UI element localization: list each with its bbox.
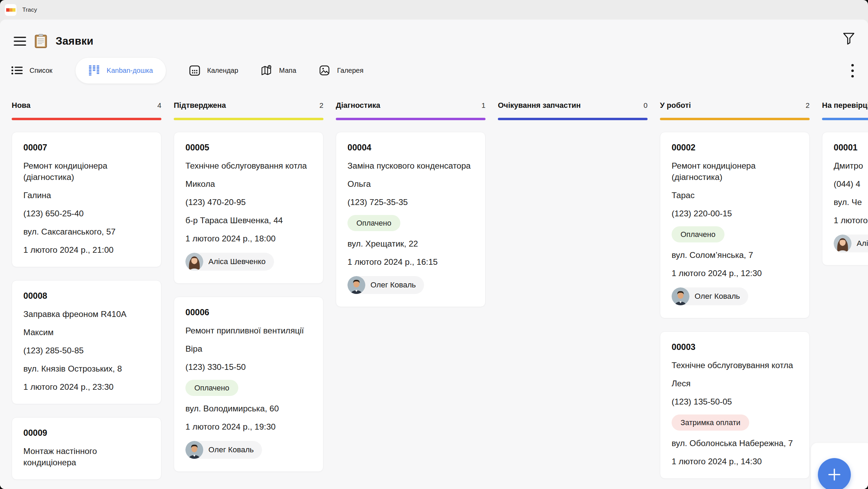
- column-header: На перевірці: [822, 100, 868, 111]
- column-color-bar: [660, 118, 810, 120]
- card-badge-row: Оплачено: [347, 215, 474, 231]
- assignee-name: Аліса Шевченко: [857, 239, 868, 248]
- kanban-column: Діагностика 1 00004 Заміна пускового кон…: [336, 100, 486, 307]
- card-phone: (123) 470-20-95: [185, 196, 312, 208]
- column-color-bar: [12, 118, 161, 120]
- card-number: 00005: [185, 141, 312, 153]
- request-card[interactable]: 00008 Заправка фреоном R410A Максим (123…: [12, 280, 161, 404]
- tab-map[interactable]: Мапа: [261, 65, 296, 76]
- card-client: Максим: [23, 327, 150, 338]
- tab-label: Календар: [207, 67, 238, 75]
- avatar-female-icon: [185, 253, 203, 271]
- tab-kanban[interactable]: Kanban-дошка: [75, 57, 167, 84]
- avatar-male-icon: [185, 441, 203, 459]
- request-card[interactable]: 00001 Дмитро (044) 4 вул. Че 1 лютого Ал…: [822, 132, 868, 265]
- status-badge: Оплачено: [347, 215, 400, 231]
- kanban-column: На перевірці 00001 Дмитро (044) 4 вул. Ч…: [822, 100, 868, 265]
- column-header: У роботі 2: [660, 100, 810, 111]
- card-address: вул. Володимирська, 60: [185, 403, 312, 414]
- card-datetime: 1 лютого 2024 р., 14:30: [672, 456, 798, 467]
- card-phone: (123) 725-35-35: [347, 196, 474, 208]
- logo-square-red: [6, 8, 9, 12]
- card-number: 00008: [23, 290, 150, 302]
- tab-gallery[interactable]: Галерея: [319, 65, 364, 76]
- column-count: 2: [319, 101, 323, 110]
- card-phone: (123) 650-25-40: [23, 208, 150, 219]
- app-window: Tracy Заявки: [0, 0, 868, 489]
- app-title: Tracy: [22, 7, 37, 13]
- assignee-name: Аліса Шевченко: [208, 257, 266, 266]
- assignee-name: Олег Коваль: [370, 281, 416, 289]
- column-cards: 00005 Технічне обслуговування котла Мико…: [174, 132, 323, 472]
- card-badge-row: Оплачено: [672, 226, 798, 242]
- card-phone: (044) 4: [834, 178, 868, 190]
- more-menu-button[interactable]: [851, 64, 854, 78]
- status-badge: Оплачено: [672, 226, 724, 242]
- card-client: Віра: [185, 343, 312, 354]
- tab-label: Мапа: [279, 67, 296, 75]
- tab-label: Список: [30, 67, 53, 75]
- column-name: Очікування запчастин: [498, 101, 581, 110]
- column-count: 2: [806, 101, 810, 110]
- titlebar: Tracy: [0, 0, 868, 20]
- card-number: 00001: [834, 141, 868, 153]
- tab-list[interactable]: Список: [11, 65, 53, 76]
- column-cards: 00002 Ремонт кондиціонера (діагностика) …: [660, 132, 810, 479]
- kanban-column: У роботі 2 00002 Ремонт кондиціонера (ді…: [660, 100, 810, 479]
- column-header: Підтверджена 2: [174, 100, 323, 111]
- card-phone: (123) 330-15-50: [185, 361, 312, 373]
- request-card[interactable]: 00004 Заміна пускового конденсатора Ольг…: [336, 132, 486, 307]
- card-address: вул. Че: [834, 196, 868, 208]
- card-address: б-р Тараса Шевченка, 44: [185, 215, 312, 226]
- request-card[interactable]: 00006 Ремонт припливної вентиляції Віра …: [174, 297, 323, 472]
- tab-label: Галерея: [337, 67, 364, 75]
- tab-calendar[interactable]: Календар: [189, 65, 238, 76]
- status-badge: Оплачено: [185, 380, 238, 396]
- app-panel: Заявки Список Kanban-дошка Календар Мапа…: [0, 20, 868, 489]
- tab-label: Kanban-дошка: [107, 67, 153, 75]
- card-number: 00002: [672, 141, 798, 153]
- kanban-icon: [89, 65, 100, 76]
- card-address: вул. Солом’янська, 7: [672, 249, 798, 261]
- column-cards: 00007 Ремонт кондиціонера (діагностика) …: [12, 132, 161, 480]
- card-client: Микола: [185, 178, 312, 190]
- card-number: 00006: [185, 306, 312, 318]
- map-icon: [261, 65, 272, 76]
- filter-button[interactable]: [843, 32, 855, 45]
- column-color-bar: [174, 118, 323, 120]
- card-number: 00003: [672, 341, 798, 353]
- column-count: 0: [643, 101, 648, 110]
- column-name: Нова: [12, 101, 31, 110]
- column-color-bar: [822, 118, 868, 120]
- card-client: Ольга: [347, 178, 474, 190]
- card-address: вул. Саксаганського, 57: [23, 226, 150, 237]
- card-datetime: 1 лютого 2024 р., 18:00: [185, 233, 312, 244]
- avatar-male-icon: [347, 276, 365, 294]
- card-address: вул. Оболонська Набережна, 7: [672, 437, 798, 449]
- avatar-female-icon: [834, 235, 852, 252]
- card-phone: (123) 285-50-85: [23, 345, 150, 356]
- request-card[interactable]: 00002 Ремонт кондиціонера (діагностика) …: [660, 132, 810, 318]
- card-title: Заміна пускового конденсатора: [347, 160, 474, 171]
- view-tabs: Список Kanban-дошка Календар Мапа Галере…: [0, 56, 868, 85]
- hamburger-icon: [14, 36, 26, 46]
- card-badge-row: Затримка оплати: [672, 414, 798, 431]
- card-phone: (123) 135-50-05: [672, 396, 798, 407]
- kanban-column: Підтверджена 2 00005 Технічне обслуговув…: [174, 100, 323, 472]
- menu-button[interactable]: [14, 36, 26, 46]
- column-name: У роботі: [660, 101, 691, 110]
- tracy-logo-icon: [5, 4, 16, 16]
- add-request-fab[interactable]: [818, 458, 851, 489]
- card-title: Заправка фреоном R410A: [23, 308, 150, 320]
- column-color-bar: [336, 118, 486, 120]
- column-cards: 00004 Заміна пускового конденсатора Ольг…: [336, 132, 486, 307]
- kanban-column: Очікування запчастин 0: [498, 100, 648, 132]
- card-badge-row: Оплачено: [185, 380, 312, 396]
- request-card[interactable]: 00005 Технічне обслуговування котла Мико…: [174, 132, 323, 284]
- request-card[interactable]: 00007 Ремонт кондиціонера (діагностика) …: [12, 132, 161, 267]
- column-count: 1: [481, 101, 486, 110]
- card-title: Ремонт кондиціонера (діагностика): [672, 160, 798, 183]
- card-datetime: 1 лютого 2024 р., 12:30: [672, 268, 798, 279]
- request-card[interactable]: 00009 Монтаж настінного кондиціонера: [12, 417, 161, 480]
- request-card[interactable]: 00003 Технічне обслуговування котла Леся…: [660, 331, 810, 479]
